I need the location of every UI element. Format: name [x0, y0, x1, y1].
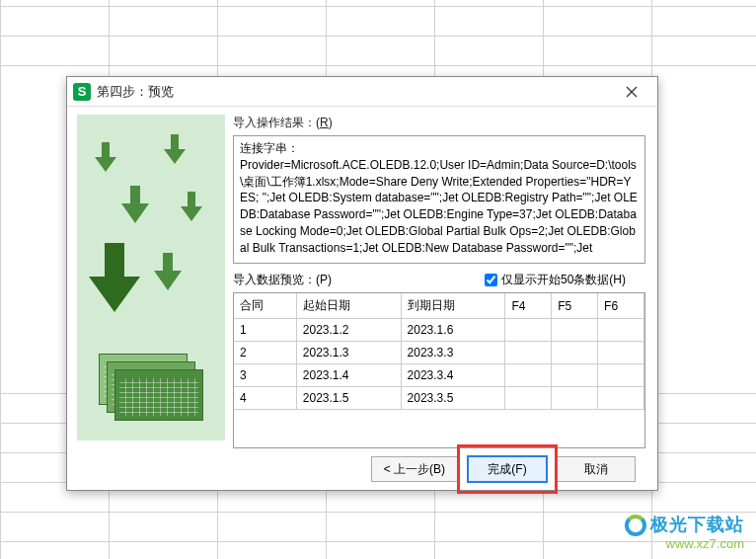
dialog-button-row: < 上一步(B) 完成(F) 取消 [67, 448, 657, 490]
table-header: F6 [598, 293, 644, 319]
table-row: 2 2023.1.3 2023.3.3 [234, 342, 644, 364]
content-area: 导入操作结果：(R) 连接字串： Provider=Microsoft.ACE.… [233, 107, 657, 448]
svg-rect-12 [163, 253, 173, 271]
table-header: F4 [505, 293, 552, 319]
titlebar: S 第四步：预览 [67, 77, 657, 107]
result-line: 连接字串： [240, 140, 639, 157]
preview-label: 导入数据预览：(P) [233, 272, 485, 288]
close-button[interactable] [612, 78, 651, 106]
arrow-icon [164, 134, 186, 166]
swirl-icon [625, 515, 646, 536]
table-header-row: 合同 起始日期 到期日期 F4 F5 F6 [234, 293, 644, 319]
table-row: 4 2023.1.5 2023.3.5 [234, 387, 644, 410]
table-header: 起始日期 [296, 293, 401, 319]
svg-marker-3 [95, 157, 116, 172]
cancel-button[interactable]: 取消 [557, 456, 636, 482]
table-row: 3 2023.1.4 2023.3.4 [234, 364, 644, 387]
back-button[interactable]: < 上一步(B) [371, 456, 458, 482]
svg-marker-11 [89, 277, 140, 312]
app-icon: S [73, 83, 91, 101]
illustration-panel [77, 115, 225, 440]
watermark-url: www.xz7.com [625, 536, 744, 551]
watermark: 极光下载站 www.xz7.com [625, 513, 744, 551]
svg-marker-9 [121, 203, 149, 223]
arrow-icon [154, 253, 182, 292]
limit-50-checkbox[interactable]: 仅显示开始50条数据(H) [485, 272, 626, 288]
result-textbox[interactable]: 连接字串： Provider=Microsoft.ACE.OLEDB.12.0;… [233, 135, 645, 264]
import-preview-dialog: S 第四步：预览 [66, 76, 658, 491]
svg-rect-6 [188, 192, 195, 206]
arrow-icon [121, 186, 149, 225]
result-label: 导入操作结果：(R) [233, 115, 645, 131]
table-row: 1 2023.1.2 2023.1.6 [234, 319, 644, 342]
dialog-title: 第四步：预览 [97, 83, 612, 101]
svg-marker-5 [164, 149, 186, 164]
table-header: 到期日期 [401, 293, 505, 319]
close-icon [626, 86, 638, 98]
spreadsheet-stack-icon [99, 354, 202, 423]
limit-50-checkbox-input[interactable] [485, 274, 497, 286]
arrow-icon [181, 192, 202, 223]
watermark-brand: 极光下载站 [650, 515, 744, 534]
svg-marker-13 [154, 271, 182, 290]
svg-marker-7 [181, 206, 202, 221]
svg-rect-10 [105, 243, 124, 277]
finish-button[interactable]: 完成(F) [468, 456, 547, 482]
result-line: Provider=Microsoft.ACE.OLEDB.12.0;User I… [240, 157, 639, 257]
svg-rect-8 [130, 186, 140, 203]
preview-table[interactable]: 合同 起始日期 到期日期 F4 F5 F6 1 2023.1.2 2023.1. [233, 292, 645, 448]
arrow-icon [89, 243, 140, 314]
table-header: 合同 [234, 293, 296, 319]
svg-rect-4 [171, 134, 179, 149]
table-header: F5 [552, 293, 598, 319]
arrow-icon [95, 142, 116, 174]
svg-rect-2 [102, 142, 110, 157]
